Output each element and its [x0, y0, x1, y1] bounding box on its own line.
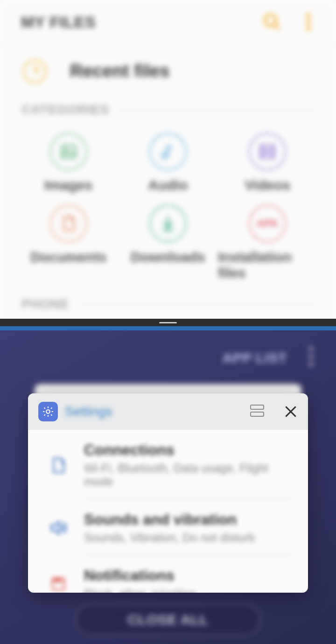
document-icon — [50, 205, 87, 242]
svg-line-1 — [275, 25, 280, 29]
row-title: Connections — [84, 441, 292, 459]
video-icon — [249, 133, 286, 170]
settings-row-notifications[interactable]: Notifications Block, allow, prioritise — [28, 555, 308, 593]
apk-icon: APK — [249, 205, 286, 242]
split-indicator — [0, 326, 336, 330]
categories-grid: Images Audio Videos Documents — [0, 121, 336, 293]
svg-point-3 — [307, 20, 310, 24]
recents-more-icon[interactable] — [304, 344, 317, 369]
split-screen-handle[interactable] — [0, 319, 336, 326]
row-title: Sounds and vibration — [84, 511, 292, 528]
sound-icon — [47, 516, 70, 539]
svg-point-2 — [307, 14, 310, 17]
open-split-icon[interactable] — [250, 405, 264, 419]
svg-point-17 — [57, 579, 58, 581]
files-app-header: MY FILES — [0, 0, 336, 44]
card-header: Settings — [28, 393, 308, 430]
recent-files-label: Recent files — [70, 61, 169, 81]
section-phone: PHONE — [0, 293, 336, 316]
recents-card-settings[interactable]: Settings Connections Wi-Fi, Bluetooth, D… — [28, 393, 308, 593]
notifications-icon — [47, 572, 70, 593]
settings-app-icon[interactable] — [38, 402, 58, 421]
category-downloads[interactable]: Downloads — [118, 205, 217, 281]
close-icon[interactable] — [284, 405, 298, 419]
image-icon — [50, 133, 87, 170]
svg-point-18 — [59, 579, 61, 581]
row-title: Notifications — [84, 567, 292, 584]
svg-point-16 — [55, 579, 56, 581]
row-subtitle: Sounds, Vibration, Do not disturb — [84, 531, 292, 545]
close-all-button[interactable]: CLOSE ALL — [75, 604, 261, 636]
recent-files-row[interactable]: Recent files — [0, 44, 336, 98]
category-documents[interactable]: Documents — [19, 205, 118, 281]
svg-point-7 — [162, 153, 168, 159]
svg-point-0 — [265, 14, 276, 26]
svg-point-13 — [46, 410, 50, 413]
category-videos[interactable]: Videos — [218, 133, 317, 193]
section-categories: CATEGORIES — [0, 98, 336, 121]
clock-icon — [23, 60, 47, 83]
card-app-name: Settings — [65, 404, 112, 419]
row-subtitle: Wi-Fi, Bluetooth, Data usage, Flight mod… — [84, 462, 292, 489]
app-title: MY FILES — [21, 13, 247, 31]
connections-icon — [47, 454, 70, 477]
settings-row-connections[interactable]: Connections Wi-Fi, Bluetooth, Data usage… — [28, 430, 308, 499]
music-icon — [149, 133, 187, 170]
row-subtitle: Block, allow, prioritise — [84, 587, 292, 593]
category-images[interactable]: Images — [19, 133, 118, 193]
download-icon — [149, 205, 187, 242]
svg-rect-5 — [62, 146, 76, 158]
app-list-link[interactable]: APP LIST — [223, 350, 287, 366]
category-audio[interactable]: Audio — [118, 133, 217, 193]
svg-point-4 — [307, 27, 310, 30]
settings-row-sounds[interactable]: Sounds and vibration Sounds, Vibration, … — [28, 499, 308, 555]
more-options-icon[interactable] — [297, 11, 320, 33]
category-installation-files[interactable]: APK Installation files — [218, 205, 317, 281]
search-icon[interactable] — [261, 11, 283, 33]
